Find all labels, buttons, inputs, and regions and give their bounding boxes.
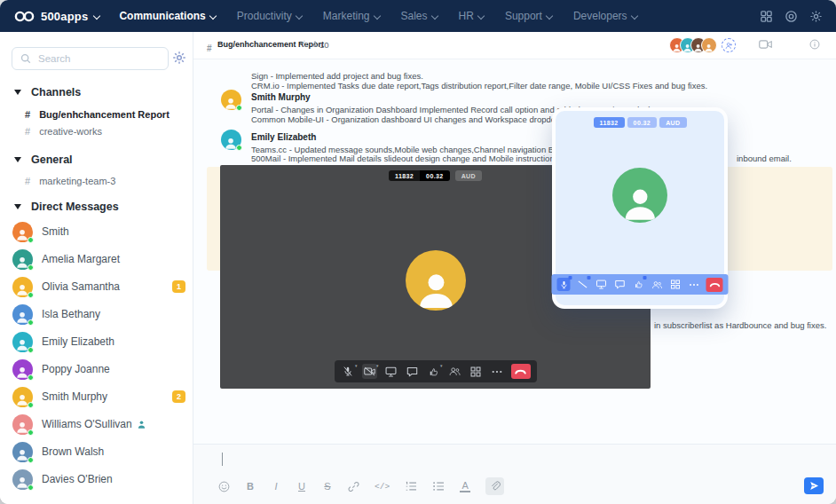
call-timer: 11832 — [389, 170, 420, 181]
general-section-header[interactable]: General — [14, 154, 73, 166]
link-button[interactable] — [348, 481, 359, 492]
sidebar-gear-icon[interactable] — [172, 51, 186, 65]
ordered-list-button[interactable] — [405, 481, 417, 492]
online-status-dot — [28, 292, 34, 298]
pip-call-window[interactable]: 11832 00.32 AUD — [552, 107, 728, 309]
star-icon[interactable] — [300, 38, 309, 50]
message-author[interactable]: Emily Elizabeth — [251, 132, 316, 142]
nav-item-developers[interactable]: Developers — [573, 10, 638, 22]
chevron-icon — [355, 363, 358, 368]
grid-view-button[interactable] — [669, 278, 682, 291]
dm-item-olivia[interactable]: Olivia Samantha 1 — [12, 276, 185, 297]
chevron-down-icon — [94, 12, 100, 18]
brand-name: 500apps — [41, 10, 88, 23]
screen-share-button[interactable] — [595, 278, 608, 291]
mic-on-button[interactable] — [557, 278, 571, 291]
member-avatar-stack[interactable] — [669, 37, 717, 53]
message-avatar — [221, 130, 241, 150]
online-status-dot — [28, 402, 34, 408]
collapse-triangle-icon — [14, 204, 21, 209]
settings-dot — [569, 276, 572, 280]
participants-button[interactable] — [651, 278, 664, 291]
top-nav: 500apps Communications Productivity Mark… — [0, 0, 836, 32]
dm-item-isla[interactable]: Isla Bethany — [12, 303, 185, 325]
dm-item-smith-murphy[interactable]: Smith Murphy 2 — [12, 386, 185, 407]
member-icon — [312, 40, 319, 48]
message-author[interactable]: Smith Murphy — [251, 92, 311, 102]
message-composer[interactable]: B I U S </> A — [193, 444, 836, 504]
call-controls — [335, 360, 537, 382]
reaction-button[interactable] — [426, 364, 441, 379]
channel-label: creative-works — [39, 126, 102, 137]
attach-file-button[interactable] — [485, 477, 504, 495]
send-button[interactable] — [804, 477, 824, 494]
settings-dot — [643, 276, 647, 280]
participant-avatar — [612, 168, 667, 223]
dm-item-amelia[interactable]: Amelia Margaret — [12, 248, 185, 270]
camera-off-button[interactable] — [362, 364, 377, 379]
nav-item-communications[interactable]: Communications — [119, 10, 216, 22]
italic-button[interactable]: I — [271, 481, 281, 492]
nav-item-marketing[interactable]: Marketing — [323, 10, 381, 22]
dm-item-williams[interactable]: Williams O'Sullivan — [12, 413, 185, 435]
search-box[interactable] — [12, 47, 169, 70]
hash-icon — [25, 109, 30, 120]
grid-view-button[interactable] — [469, 364, 484, 379]
avatar — [12, 359, 33, 380]
nav-item-sales[interactable]: Sales — [401, 10, 438, 22]
camera-off-button[interactable] — [576, 278, 589, 291]
nav-items: Communications Productivity Marketing Sa… — [119, 10, 637, 22]
code-button[interactable]: </> — [375, 482, 390, 492]
channel-item-creative-works[interactable]: creative-works — [25, 126, 102, 137]
hang-up-button[interactable] — [511, 364, 531, 379]
dm-item-poppy[interactable]: Poppy Joanne — [12, 358, 185, 380]
person-emoji-icon — [137, 420, 146, 429]
more-options-button[interactable] — [490, 364, 505, 379]
text-color-button[interactable]: A — [460, 481, 470, 492]
message-avatar — [221, 90, 241, 110]
screen-share-button[interactable] — [383, 364, 398, 379]
channels-section-header[interactable]: Channels — [14, 86, 81, 98]
dm-name: Brown Walsh — [42, 445, 104, 458]
dm-item-brown[interactable]: Brown Walsh — [12, 441, 185, 462]
mic-off-button[interactable] — [341, 364, 356, 379]
channel-item-bug-report[interactable]: Bug/enhchancement Report — [25, 109, 170, 120]
info-icon[interactable] — [809, 39, 820, 50]
help-icon[interactable] — [785, 10, 798, 23]
emoji-button[interactable] — [218, 481, 230, 492]
channel-item-marketing-team[interactable]: marketing-team-3 — [25, 176, 115, 186]
bold-button[interactable]: B — [245, 481, 256, 492]
invite-member-button[interactable] — [722, 38, 736, 52]
nav-item-support[interactable]: Support — [505, 10, 553, 22]
dm-item-davies[interactable]: Davies O'Brien — [12, 469, 185, 490]
brand-menu[interactable]: 500apps — [0, 0, 112, 32]
nav-right-icons — [760, 10, 836, 23]
online-status-dot — [28, 264, 34, 271]
avatar — [12, 442, 33, 462]
gear-icon[interactable] — [809, 10, 823, 23]
chat-button[interactable] — [405, 364, 420, 379]
apps-grid-icon[interactable] — [760, 10, 773, 23]
bullet-list-button[interactable] — [432, 481, 445, 492]
participants-button[interactable] — [447, 364, 462, 379]
avatar — [12, 222, 33, 242]
formatting-toolbar: B I U S </> A — [218, 477, 504, 495]
nav-item-hr[interactable]: HR — [459, 10, 485, 22]
dm-name: Poppy Joanne — [42, 363, 110, 375]
reaction-button[interactable] — [632, 278, 645, 291]
search-input[interactable] — [38, 53, 145, 64]
more-options-button[interactable] — [688, 278, 701, 291]
section-title: General — [31, 154, 73, 166]
call-duration: 00.32 — [420, 170, 450, 181]
nav-item-productivity[interactable]: Productivity — [237, 10, 303, 22]
underline-button[interactable]: U — [296, 481, 307, 492]
dm-section-header[interactable]: Direct Messages — [14, 201, 119, 213]
strikethrough-button[interactable]: S — [322, 481, 333, 492]
chat-button[interactable] — [613, 278, 627, 291]
dm-item-smith[interactable]: Smith — [12, 221, 185, 242]
dm-item-emily[interactable]: Emily Elizabeth — [12, 331, 185, 352]
video-call-icon[interactable] — [759, 39, 772, 50]
channel-label: Bug/enhchancement Report — [39, 109, 170, 120]
member-count: 10 — [319, 40, 329, 50]
hang-up-button[interactable] — [706, 278, 723, 292]
